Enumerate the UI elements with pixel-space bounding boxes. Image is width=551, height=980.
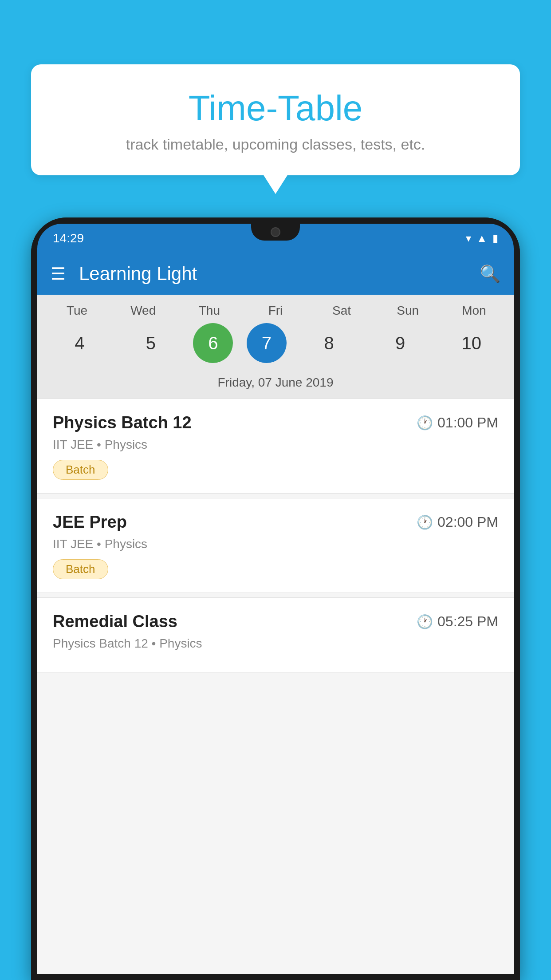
- battery-icon: ▮: [492, 232, 498, 245]
- screen-content: Tue Wed Thu Fri Sat Sun Mon 4 5 6 7 8: [37, 295, 514, 974]
- event-card-3[interactable]: Remedial Class 🕐 05:25 PM Physics Batch …: [37, 597, 514, 672]
- clock-icon-2: 🕐: [417, 514, 433, 530]
- day-name-wed: Wed: [114, 304, 172, 318]
- event-header-3: Remedial Class 🕐 05:25 PM: [53, 612, 498, 631]
- signal-icon: ▲: [476, 232, 487, 245]
- bubble-subtitle: track timetable, upcoming classes, tests…: [58, 136, 493, 153]
- day-7-selected[interactable]: 7: [247, 323, 287, 363]
- search-icon[interactable]: 🔍: [480, 264, 500, 284]
- event-title-1: Physics Batch 12: [53, 413, 192, 432]
- event-badge-1: Batch: [53, 460, 108, 480]
- day-9[interactable]: 9: [371, 323, 429, 363]
- day-6-today[interactable]: 6: [193, 323, 233, 363]
- event-subtitle-2: IIT JEE • Physics: [53, 537, 498, 551]
- app-title: Learning Light: [79, 263, 480, 285]
- phone-frame: 14:29 ▾ ▲ ▮ ☰ Learning Light 🔍: [31, 217, 520, 980]
- clock-icon-1: 🕐: [417, 415, 433, 431]
- event-time-value-3: 05:25 PM: [437, 613, 498, 630]
- camera: [271, 227, 280, 237]
- event-time-1: 🕐 01:00 PM: [417, 415, 498, 431]
- status-icons: ▾ ▲ ▮: [466, 232, 498, 245]
- event-subtitle-3: Physics Batch 12 • Physics: [53, 636, 498, 651]
- day-5[interactable]: 5: [122, 323, 180, 363]
- event-time-value-2: 02:00 PM: [437, 514, 498, 530]
- app-bar: ☰ Learning Light 🔍: [37, 253, 514, 295]
- phone-outer: 14:29 ▾ ▲ ▮ ☰ Learning Light 🔍: [31, 217, 520, 980]
- event-time-value-1: 01:00 PM: [437, 415, 498, 431]
- event-title-2: JEE Prep: [53, 513, 127, 532]
- event-card-1[interactable]: Physics Batch 12 🕐 01:00 PM IIT JEE • Ph…: [37, 399, 514, 494]
- phone-inner: 14:29 ▾ ▲ ▮ ☰ Learning Light 🔍: [31, 217, 520, 980]
- days-numbers: 4 5 6 7 8 9 10: [37, 323, 514, 363]
- day-name-mon: Mon: [445, 304, 503, 318]
- calendar-strip: Tue Wed Thu Fri Sat Sun Mon 4 5 6 7 8: [37, 295, 514, 399]
- event-card-2[interactable]: JEE Prep 🕐 02:00 PM IIT JEE • Physics Ba…: [37, 498, 514, 593]
- event-time-2: 🕐 02:00 PM: [417, 514, 498, 530]
- clock-icon-3: 🕐: [417, 614, 433, 629]
- event-time-3: 🕐 05:25 PM: [417, 613, 498, 630]
- event-header-2: JEE Prep 🕐 02:00 PM: [53, 513, 498, 532]
- speech-bubble: Time-Table track timetable, upcoming cla…: [31, 64, 520, 175]
- notch: [251, 224, 300, 241]
- day-name-fri: Fri: [247, 304, 304, 318]
- event-title-3: Remedial Class: [53, 612, 177, 631]
- event-header-1: Physics Batch 12 🕐 01:00 PM: [53, 413, 498, 432]
- selected-date-label: Friday, 07 June 2019: [37, 371, 514, 399]
- days-header: Tue Wed Thu Fri Sat Sun Mon: [37, 304, 514, 318]
- events-list: Physics Batch 12 🕐 01:00 PM IIT JEE • Ph…: [37, 399, 514, 672]
- bubble-title: Time-Table: [58, 89, 493, 128]
- day-name-sat: Sat: [313, 304, 370, 318]
- day-name-tue: Tue: [48, 304, 106, 318]
- day-name-thu: Thu: [181, 304, 238, 318]
- status-bar: 14:29 ▾ ▲ ▮: [37, 224, 514, 253]
- day-8[interactable]: 8: [300, 323, 358, 363]
- day-name-sun: Sun: [379, 304, 437, 318]
- speech-bubble-container: Time-Table track timetable, upcoming cla…: [31, 64, 520, 175]
- event-badge-2: Batch: [53, 559, 108, 579]
- menu-icon[interactable]: ☰: [51, 264, 66, 284]
- day-4[interactable]: 4: [51, 323, 108, 363]
- event-subtitle-1: IIT JEE • Physics: [53, 438, 498, 452]
- wifi-icon: ▾: [466, 232, 471, 245]
- status-time: 14:29: [53, 231, 84, 245]
- day-10[interactable]: 10: [443, 323, 500, 363]
